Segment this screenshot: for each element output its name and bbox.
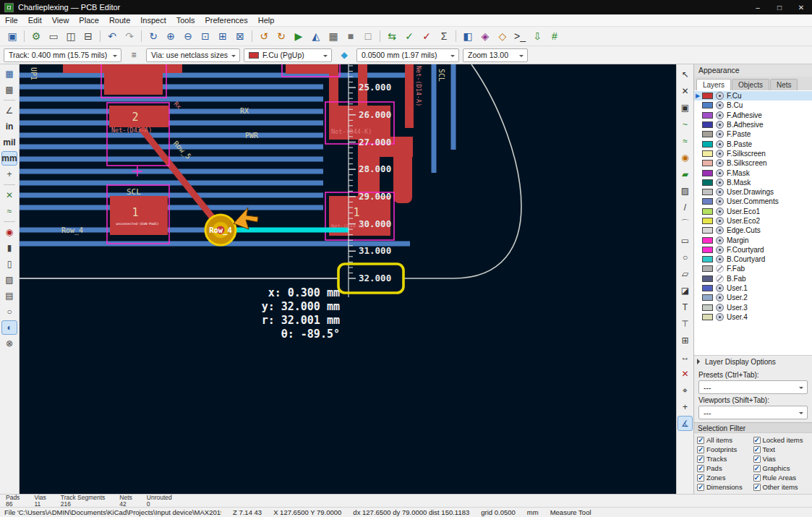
layer-color-swatch[interactable]	[702, 304, 713, 311]
layer-color-swatch[interactable]	[702, 150, 713, 157]
toolbar-icon[interactable]	[24, 30, 25, 42]
pcb-canvas[interactable]: 25.00026.00027.00028.00029.00030.00031.0…	[20, 64, 676, 494]
grid-origin-tool[interactable]: +	[678, 399, 693, 414]
update-pcb-from-schematic-icon[interactable]: ⇆	[384, 28, 400, 44]
delete-tool[interactable]: ✕	[678, 366, 693, 381]
layer-visibility-eye-icon[interactable]	[716, 111, 724, 119]
refresh-icon[interactable]: ↻	[145, 28, 161, 44]
update-check-icon[interactable]: ⇩	[529, 28, 545, 44]
zone-display-hatched-icon[interactable]: ▨	[1, 273, 17, 287]
menu-item[interactable]: View	[47, 16, 74, 25]
layer-row[interactable]: B.Courtyard	[694, 255, 812, 264]
grid-visibility-icon[interactable]: ▦	[1, 67, 17, 81]
checkbox-icon[interactable]	[753, 446, 761, 453]
layer-visibility-eye-icon[interactable]	[716, 313, 724, 321]
layer-color-swatch[interactable]	[702, 131, 713, 137]
filter-checkbox-item[interactable]: Zones	[697, 474, 753, 482]
layer-row[interactable]: F.Silkscreen	[694, 149, 812, 158]
layer-visibility-eye-icon[interactable]	[716, 130, 724, 138]
textbox-tool[interactable]: ⊤	[678, 316, 693, 331]
lock-icon[interactable]: ■	[343, 28, 359, 44]
layer-color-swatch[interactable]	[702, 227, 713, 234]
filter-checkbox-item[interactable]: Locked items	[753, 436, 810, 444]
filter-checkbox-item[interactable]: Vias	[753, 455, 810, 463]
rotate-ccw-icon[interactable]: ↺	[256, 28, 272, 44]
checkbox-icon[interactable]	[753, 465, 761, 472]
grid-settings-icon[interactable]: #	[547, 28, 563, 44]
layer-visibility-eye-icon[interactable]	[716, 294, 724, 302]
grid-overrides-icon[interactable]: ▩	[1, 82, 17, 97]
checkbox-icon[interactable]	[697, 465, 704, 472]
menu-item[interactable]: File	[0, 16, 23, 25]
menu-item[interactable]: Route	[104, 16, 135, 25]
layer-row[interactable]: User.Eco1	[694, 207, 812, 216]
minimize-button[interactable]: –	[747, 0, 769, 14]
menu-item[interactable]: Place	[74, 16, 104, 25]
cursor-shape-icon[interactable]: +	[1, 167, 17, 181]
layer-display-options[interactable]: Layer Display Options	[694, 355, 812, 367]
left-toolbar-icon[interactable]	[4, 221, 15, 222]
via-tool[interactable]: ◉	[678, 150, 693, 165]
menu-item[interactable]: Help	[253, 16, 280, 25]
layer-row[interactable]: F.Paste	[694, 129, 812, 139]
layer-visibility-eye-icon[interactable]	[716, 304, 724, 312]
filter-checkbox-item[interactable]: All items	[697, 436, 753, 444]
layer-visibility-eye-icon[interactable]	[716, 284, 724, 292]
layer-color-swatch[interactable]	[702, 256, 713, 262]
layer-row[interactable]: User.Drawings	[694, 187, 812, 197]
checkbox-icon[interactable]	[697, 474, 704, 482]
checkbox-icon[interactable]	[753, 437, 761, 444]
rotate-cw-icon[interactable]: ↻	[273, 28, 289, 44]
layer-color-swatch[interactable]	[702, 198, 713, 205]
layer-color-swatch[interactable]	[702, 314, 713, 320]
menu-item[interactable]: Edit	[23, 16, 47, 25]
undo-icon[interactable]: ↶	[104, 28, 120, 44]
footprint-editor-icon[interactable]: ◧	[460, 28, 476, 44]
layer-row[interactable]: User.4	[694, 312, 812, 322]
high-contrast-mode-icon[interactable]: ◐	[1, 320, 17, 335]
pcb-view[interactable]: 25.00026.00027.00028.00029.00030.00031.0…	[20, 64, 676, 494]
layer-visibility-eye-icon[interactable]	[716, 236, 724, 244]
layer-visibility-eye-icon[interactable]	[716, 275, 724, 283]
toolbar-icon[interactable]	[380, 30, 380, 42]
filter-checkbox-item[interactable]: Graphics	[753, 464, 810, 472]
print-icon[interactable]: ◫	[63, 28, 79, 44]
layer-row[interactable]: B.Cu	[694, 101, 812, 110]
filter-checkbox-item[interactable]: Dimensions	[697, 483, 753, 491]
layer-visibility-eye-icon[interactable]	[716, 92, 724, 100]
appearance-tab[interactable]: Objects	[732, 79, 769, 90]
layer-row[interactable]: User.Eco2	[694, 216, 812, 226]
auto-track-width-icon[interactable]: ≡	[126, 47, 142, 63]
checkbox-icon[interactable]	[753, 484, 761, 491]
layer-color-swatch[interactable]	[702, 112, 713, 119]
layer-color-swatch[interactable]	[702, 237, 713, 244]
footprint-checker-icon[interactable]: ✓	[401, 28, 417, 44]
left-toolbar-icon[interactable]	[4, 184, 15, 185]
checkbox-icon[interactable]	[697, 446, 704, 453]
layer-row[interactable]: Margin	[694, 235, 812, 244]
zoom-fit-icon[interactable]: ⊡	[197, 28, 213, 44]
toolbar-icon[interactable]	[456, 30, 456, 42]
layer-row[interactable]: F.Fab	[694, 264, 812, 273]
zone-tool[interactable]: ▰	[678, 166, 693, 181]
layer-visibility-eye-icon[interactable]	[716, 188, 724, 196]
layer-color-swatch[interactable]	[702, 141, 713, 148]
active-layer-select[interactable]: F.Cu (PgUp)	[244, 48, 332, 62]
arc-tool[interactable]: ⌒	[678, 216, 693, 231]
route-tracks-tool[interactable]: ~	[678, 116, 693, 132]
checkbox-icon[interactable]	[753, 456, 761, 463]
units-mm-button[interactable]: mm	[1, 151, 17, 166]
layer-color-swatch[interactable]	[702, 247, 713, 253]
filter-checkbox-item[interactable]: Tracks	[697, 455, 753, 463]
layer-color-swatch[interactable]	[702, 102, 713, 108]
layer-visibility-eye-icon[interactable]	[716, 179, 724, 187]
origin-tool[interactable]: ⌖	[678, 383, 693, 398]
high-contrast-icon[interactable]: ◆	[336, 47, 352, 63]
zoom-select[interactable]: Zoom 13.00	[463, 48, 528, 62]
layer-row[interactable]: F.Adhesive	[694, 111, 812, 120]
layer-color-swatch[interactable]	[702, 275, 713, 282]
layer-row[interactable]: B.Paste	[694, 139, 812, 148]
zoom-out-icon[interactable]: ⊖	[180, 28, 196, 44]
group-icon[interactable]: ▦	[325, 28, 341, 44]
local-ratsnest-tool[interactable]: ✕	[678, 83, 693, 98]
